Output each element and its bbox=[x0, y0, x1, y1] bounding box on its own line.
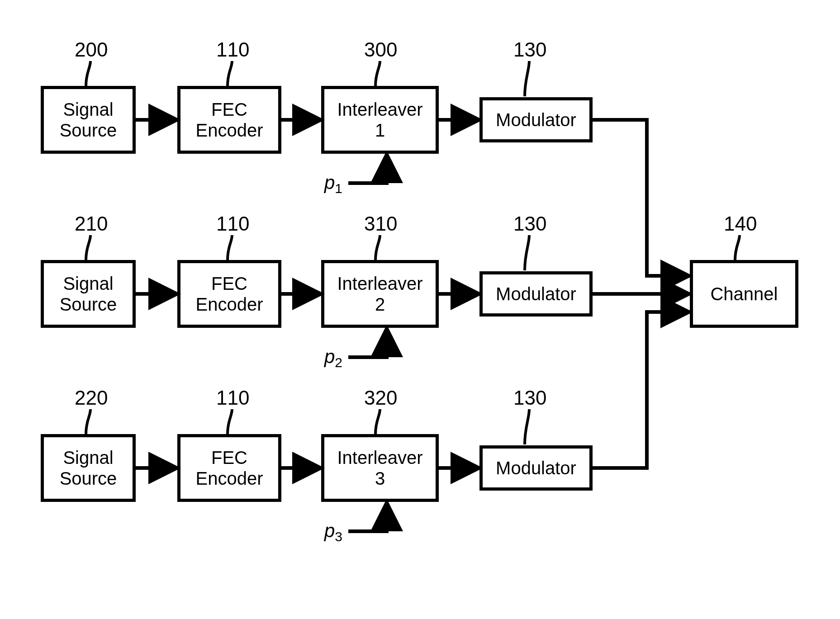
label: FEC bbox=[211, 99, 247, 120]
label: 1 bbox=[375, 120, 385, 141]
label: 2 bbox=[375, 294, 385, 315]
param-p2: p2 bbox=[324, 346, 342, 370]
signal-source-1: Signal Source bbox=[41, 86, 136, 154]
interleaver-1: Interleaver 1 bbox=[321, 86, 439, 154]
fec-encoder-2: FEC Encoder bbox=[177, 260, 281, 328]
param-sym: p bbox=[324, 346, 335, 367]
label: Source bbox=[60, 120, 117, 141]
label: Signal bbox=[63, 447, 113, 468]
ref-210: 210 bbox=[75, 213, 108, 235]
ref-130b: 130 bbox=[513, 213, 546, 235]
label: FEC bbox=[211, 447, 247, 468]
channel-block: Channel bbox=[690, 260, 798, 328]
signal-source-2: Signal Source bbox=[41, 260, 136, 328]
label: Modulator bbox=[496, 109, 576, 130]
label: Interleaver bbox=[337, 447, 423, 468]
ref-200: 200 bbox=[75, 38, 108, 61]
label: Source bbox=[60, 294, 117, 315]
diagram-canvas: Signal Source FEC Encoder Interleaver 1 … bbox=[0, 0, 840, 619]
label: Interleaver bbox=[337, 273, 423, 294]
param-p3: p3 bbox=[324, 520, 342, 544]
label: FEC bbox=[211, 273, 247, 294]
label: Channel bbox=[710, 284, 778, 304]
label: Encoder bbox=[196, 120, 263, 141]
ref-310: 310 bbox=[364, 213, 397, 235]
param-sub: 2 bbox=[335, 355, 342, 370]
ref-300: 300 bbox=[364, 38, 397, 61]
modulator-2: Modulator bbox=[479, 271, 593, 317]
ref-130c: 130 bbox=[513, 387, 546, 409]
modulator-3: Modulator bbox=[479, 445, 593, 491]
label: Interleaver bbox=[337, 99, 423, 120]
interleaver-2: Interleaver 2 bbox=[321, 260, 439, 328]
label: 3 bbox=[375, 468, 385, 489]
ref-110b: 110 bbox=[216, 213, 249, 235]
ref-130a: 130 bbox=[513, 38, 546, 61]
ref-110c: 110 bbox=[216, 387, 249, 409]
signal-source-3: Signal Source bbox=[41, 434, 136, 502]
param-sym: p bbox=[324, 520, 335, 541]
label: Encoder bbox=[196, 294, 263, 315]
fec-encoder-3: FEC Encoder bbox=[177, 434, 281, 502]
fec-encoder-1: FEC Encoder bbox=[177, 86, 281, 154]
label: Modulator bbox=[496, 284, 576, 304]
label: Modulator bbox=[496, 458, 576, 478]
label: Signal bbox=[63, 273, 113, 294]
param-sub: 1 bbox=[335, 181, 342, 196]
label: Signal bbox=[63, 99, 113, 120]
ref-320: 320 bbox=[364, 387, 397, 409]
label: Encoder bbox=[196, 468, 263, 489]
param-sub: 3 bbox=[335, 529, 342, 544]
label: Source bbox=[60, 468, 117, 489]
ref-110a: 110 bbox=[216, 38, 249, 61]
interleaver-3: Interleaver 3 bbox=[321, 434, 439, 502]
param-sym: p bbox=[324, 172, 335, 193]
param-p1: p1 bbox=[324, 172, 342, 196]
modulator-1: Modulator bbox=[479, 97, 593, 142]
ref-220: 220 bbox=[75, 387, 108, 409]
ref-140: 140 bbox=[724, 213, 757, 235]
